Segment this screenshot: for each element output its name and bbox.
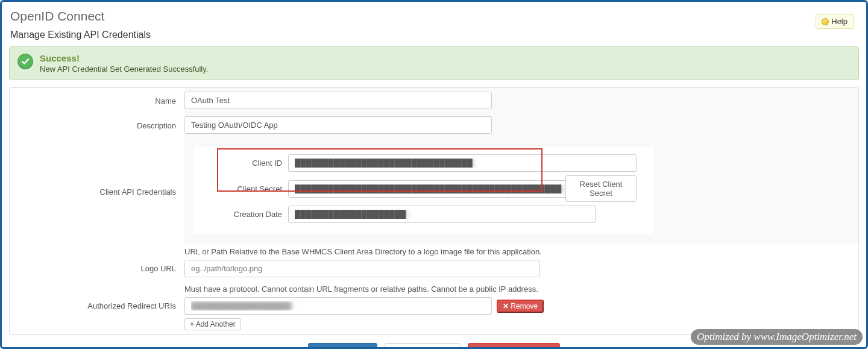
name-input[interactable] (184, 92, 492, 109)
remove-uri-button[interactable]: ✕ Remove (497, 300, 544, 313)
app-window: Help OpenID Connect Manage Existing API … (0, 0, 868, 349)
description-label: Description (10, 113, 184, 136)
client-id-input[interactable] (288, 154, 637, 172)
redirect-help-text: Must have a protocol. Cannot contain URL… (184, 285, 852, 294)
name-label: Name (10, 88, 184, 112)
page-subtitle: Manage Existing API Credentials (10, 30, 858, 40)
delete-button[interactable]: Delete Credential Set (468, 343, 561, 349)
page-title: OpenID Connect (10, 9, 858, 24)
client-secret-input[interactable] (288, 180, 596, 198)
checkmark-icon (18, 54, 33, 69)
plus-icon: + (190, 320, 194, 329)
description-input[interactable] (184, 116, 492, 134)
credentials-well: Client ID Client Secret Reset Client Sec… (193, 147, 653, 234)
alert-message: New API Credential Set Generated Success… (40, 64, 208, 74)
redirect-uris-label: Authorized Redirect URIs (10, 281, 184, 316)
cancel-button[interactable]: Cancel Changes (385, 343, 461, 349)
add-another-label: Add Another (196, 320, 236, 329)
logo-help-text: URL or Path Relative to the Base WHMCS C… (184, 247, 852, 256)
logo-url-label: Logo URL (10, 244, 184, 279)
remove-label: Remove (511, 302, 538, 310)
client-secret-label: Client Secret (210, 184, 282, 193)
creation-date-label: Creation Date (210, 210, 282, 219)
alert-title: Success! (40, 53, 208, 63)
success-alert: Success! New API Credential Set Generate… (9, 46, 859, 80)
help-label: Help (831, 17, 848, 26)
reset-client-secret-button[interactable]: Reset Client Secret (565, 175, 637, 202)
add-another-button[interactable]: + Add Another (184, 318, 241, 330)
lightbulb-icon (822, 19, 828, 25)
help-button[interactable]: Help (816, 14, 854, 29)
logo-url-input[interactable] (184, 260, 540, 277)
form-panel: Name Description Client API Credentials … (9, 87, 859, 335)
api-credentials-label: Client API Credentials (10, 179, 184, 203)
watermark-text: Optimized by www.ImageOptimizer.net (691, 329, 863, 345)
redirect-uri-input[interactable] (184, 297, 492, 315)
close-icon: ✕ (503, 302, 509, 310)
client-id-label: Client ID (210, 159, 282, 168)
creation-date-input (288, 206, 596, 223)
save-button[interactable]: Save Changes (308, 343, 377, 349)
